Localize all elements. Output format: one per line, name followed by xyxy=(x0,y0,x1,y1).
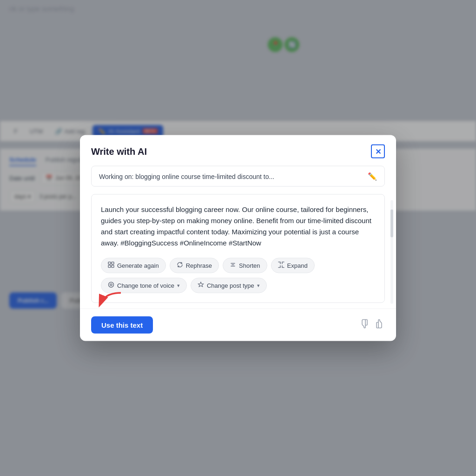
generate-again-button[interactable]: Generate again xyxy=(101,258,166,273)
scrollbar-track xyxy=(390,200,393,304)
post-type-chevron-icon: ▾ xyxy=(257,283,260,289)
shorten-button[interactable]: Shorten xyxy=(223,258,267,273)
modal-title: Write with AI xyxy=(91,146,147,157)
svg-point-6 xyxy=(110,284,112,286)
edit-pencil-icon[interactable]: ✏️ xyxy=(368,172,377,181)
shorten-icon xyxy=(230,262,236,270)
svg-rect-4 xyxy=(112,265,114,268)
use-this-text-button[interactable]: Use this text xyxy=(91,317,153,334)
expand-icon xyxy=(278,262,284,270)
change-post-type-button[interactable]: Change post type ▾ xyxy=(191,278,267,293)
ai-content-area: Launch your successful blogging career n… xyxy=(91,194,385,303)
action-buttons-row1: Generate again Rephrase xyxy=(101,258,375,273)
change-post-type-label: Change post type xyxy=(207,282,254,289)
rephrase-button[interactable]: Rephrase xyxy=(170,258,219,273)
ai-generated-text: Launch your successful blogging career n… xyxy=(101,204,375,249)
feedback-icons xyxy=(359,319,385,331)
post-type-icon xyxy=(198,282,204,290)
red-arrow-indicator xyxy=(91,288,128,311)
generate-icon xyxy=(108,262,114,270)
modal-close-button[interactable]: ✕ xyxy=(371,145,385,159)
action-buttons-row2: Change tone of voice ▾ Change post type … xyxy=(101,278,375,293)
shorten-label: Shorten xyxy=(239,262,260,269)
expand-label: Expand xyxy=(287,262,308,269)
thumbs-up-icon[interactable] xyxy=(375,319,385,331)
thumbs-down-icon[interactable] xyxy=(359,319,369,331)
working-on-text: Working on: blogging online course time-… xyxy=(99,172,274,180)
modal-header: Write with AI ✕ xyxy=(80,135,396,166)
expand-button[interactable]: Expand xyxy=(271,258,315,273)
generate-again-label: Generate again xyxy=(117,262,159,269)
modal-footer: Use this text xyxy=(80,309,396,341)
scrollbar-thumb xyxy=(390,210,393,238)
modal-scrollbar[interactable] xyxy=(390,200,393,304)
rephrase-label: Rephrase xyxy=(186,262,212,269)
working-on-label: Working on: xyxy=(99,172,133,180)
rephrase-icon xyxy=(177,262,183,270)
svg-rect-3 xyxy=(108,265,111,268)
working-on-value: blogging online course time-limited disc… xyxy=(135,172,274,180)
svg-rect-1 xyxy=(108,262,111,264)
working-on-field: Working on: blogging online course time-… xyxy=(91,166,385,187)
tone-chevron-icon: ▾ xyxy=(177,283,180,289)
svg-point-5 xyxy=(109,282,114,287)
svg-rect-2 xyxy=(112,262,114,264)
